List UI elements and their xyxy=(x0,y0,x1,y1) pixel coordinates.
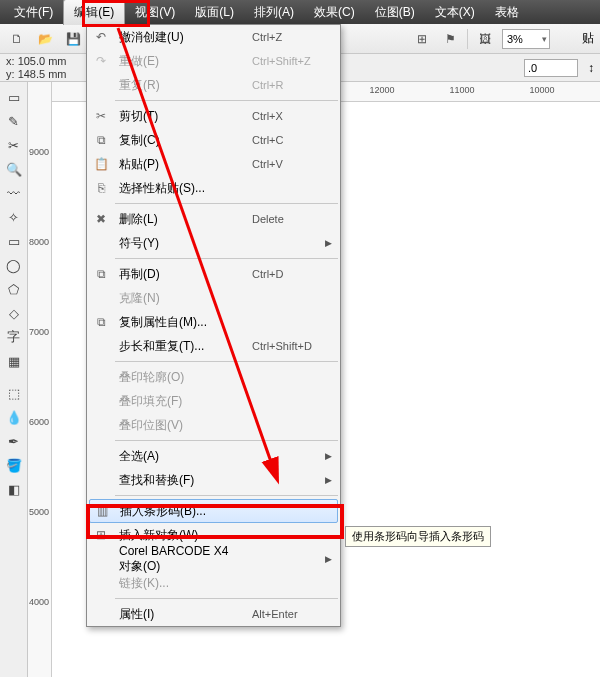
menu-table[interactable]: 表格 xyxy=(485,0,529,25)
menu-arrange[interactable]: 排列(A) xyxy=(244,0,304,25)
menu-item-shortcut: Alt+Enter xyxy=(252,608,332,620)
freehand-tool-icon[interactable]: 〰 xyxy=(3,182,25,204)
menu-item-icon xyxy=(91,75,111,95)
menu-item-21[interactable]: 全选(A)▶ xyxy=(87,444,340,468)
crop-tool-icon[interactable]: ✂ xyxy=(3,134,25,156)
menu-item-10[interactable]: 符号(Y)▶ xyxy=(87,231,340,255)
interactive-tool-icon[interactable]: ⬚ xyxy=(3,382,25,404)
menu-layout[interactable]: 版面(L) xyxy=(185,0,244,25)
coord-display: x: 105.0 mm y: 148.5 mm xyxy=(6,55,67,81)
shape-tool-icon[interactable]: ✎ xyxy=(3,110,25,132)
menu-item-label: 再制(D) xyxy=(119,266,244,283)
interactive-fill-icon[interactable]: ◧ xyxy=(3,478,25,500)
menu-item-icon: ✂ xyxy=(91,106,111,126)
menu-item-label: 撤消创建(U) xyxy=(119,29,244,46)
menu-item-6[interactable]: 📋粘贴(P)Ctrl+V xyxy=(87,152,340,176)
menu-item-27: 链接(K)... xyxy=(87,571,340,595)
menu-edit[interactable]: 编辑(E) xyxy=(63,0,125,25)
menu-item-1: ↷重做(E)Ctrl+Shift+Z xyxy=(87,49,340,73)
menu-view[interactable]: 视图(V) xyxy=(125,0,185,25)
snap-icon[interactable]: ⊞ xyxy=(411,28,433,50)
paste-label[interactable]: 贴 xyxy=(582,30,594,47)
polygon-tool-icon[interactable]: ⬠ xyxy=(3,278,25,300)
image-icon[interactable]: 🖼 xyxy=(474,28,496,50)
pick-tool-icon[interactable]: ▭ xyxy=(3,86,25,108)
menu-item-icon: ⊞ xyxy=(91,525,111,545)
rectangle-tool-icon[interactable]: ▭ xyxy=(3,230,25,252)
zoom-tool-icon[interactable]: 🔍 xyxy=(3,158,25,180)
menu-item-icon xyxy=(91,604,111,624)
menu-item-icon: 📋 xyxy=(91,154,111,174)
menu-item-19: 叠印位图(V) xyxy=(87,413,340,437)
menu-item-26[interactable]: Corel BARCODE X4 对象(O)▶ xyxy=(87,547,340,571)
x-coord: 105.0 mm xyxy=(18,55,67,67)
menu-item-shortcut: Ctrl+X xyxy=(252,110,332,122)
text-tool-icon[interactable]: 字 xyxy=(3,326,25,348)
menu-item-label: 步长和重复(T)... xyxy=(119,338,244,355)
menu-item-icon: ↷ xyxy=(91,51,111,71)
separator xyxy=(467,29,468,49)
submenu-arrow-icon: ▶ xyxy=(325,475,332,485)
menu-file[interactable]: 文件(F) xyxy=(4,0,63,25)
submenu-arrow-icon: ▶ xyxy=(325,451,332,461)
y-coord: 148.5 mm xyxy=(18,68,67,80)
menu-item-12[interactable]: ⧉再制(D)Ctrl+D xyxy=(87,262,340,286)
menu-item-9[interactable]: ✖删除(L)Delete xyxy=(87,207,340,231)
menu-bitmap[interactable]: 位图(B) xyxy=(365,0,425,25)
menu-item-label: 叠印填充(F) xyxy=(119,393,244,410)
menu-item-icon xyxy=(91,470,111,490)
menu-text[interactable]: 文本(X) xyxy=(425,0,485,25)
menu-item-icon: ⧉ xyxy=(91,130,111,150)
num-field[interactable]: .0 xyxy=(524,59,578,77)
ruler-vertical: 9000 8000 7000 6000 5000 4000 xyxy=(28,82,52,677)
menu-item-icon xyxy=(91,288,111,308)
menu-item-label: 叠印轮廓(O) xyxy=(119,369,244,386)
menu-item-17: 叠印轮廓(O) xyxy=(87,365,340,389)
table-tool-icon[interactable]: ▦ xyxy=(3,350,25,372)
menu-item-label: 全选(A) xyxy=(119,448,229,465)
menu-item-24[interactable]: ▥插入条形码(B)... xyxy=(89,499,338,523)
menu-item-label: 粘贴(P) xyxy=(119,156,244,173)
menu-item-18: 叠印填充(F) xyxy=(87,389,340,413)
menu-item-icon xyxy=(91,336,111,356)
fill-tool-icon[interactable]: 🪣 xyxy=(3,454,25,476)
menu-item-label: 复制(C) xyxy=(119,132,244,149)
menu-item-13: 克隆(N) xyxy=(87,286,340,310)
zoom-combo[interactable]: 3% xyxy=(502,29,550,49)
save-icon[interactable]: 💾 xyxy=(62,28,84,50)
menu-item-label: 剪切(T) xyxy=(119,108,244,125)
menu-item-shortcut: Ctrl+D xyxy=(252,268,332,280)
menu-item-0[interactable]: ↶撤消创建(U)Ctrl+Z xyxy=(87,25,340,49)
outline-tool-icon[interactable]: ✒ xyxy=(3,430,25,452)
menu-item-icon xyxy=(91,549,111,569)
menu-item-icon: ▥ xyxy=(92,501,112,521)
menu-item-22[interactable]: 查找和替换(F)▶ xyxy=(87,468,340,492)
menu-item-15[interactable]: 步长和重复(T)...Ctrl+Shift+D xyxy=(87,334,340,358)
menu-item-label: 插入新对象(W)... xyxy=(119,527,244,544)
menu-item-icon xyxy=(91,415,111,435)
menu-item-7[interactable]: ⎘选择性粘贴(S)... xyxy=(87,176,340,200)
open-icon[interactable]: 📂 xyxy=(34,28,56,50)
menu-item-label: 链接(K)... xyxy=(119,575,244,592)
menu-item-icon: ↶ xyxy=(91,27,111,47)
menu-item-4[interactable]: ✂剪切(T)Ctrl+X xyxy=(87,104,340,128)
options-icon[interactable]: ⚑ xyxy=(439,28,461,50)
menu-item-label: 查找和替换(F) xyxy=(119,472,229,489)
smart-tool-icon[interactable]: ✧ xyxy=(3,206,25,228)
new-icon[interactable]: 🗋 xyxy=(6,28,28,50)
menu-effects[interactable]: 效果(C) xyxy=(304,0,365,25)
menu-item-icon: ⧉ xyxy=(91,312,111,332)
menu-item-icon: ✖ xyxy=(91,209,111,229)
submenu-arrow-icon: ▶ xyxy=(325,238,332,248)
menu-item-shortcut: Ctrl+Z xyxy=(252,31,332,43)
units-icon[interactable]: ↕ xyxy=(588,61,594,75)
basic-shapes-icon[interactable]: ◇ xyxy=(3,302,25,324)
menu-item-label: 选择性粘贴(S)... xyxy=(119,180,244,197)
menu-item-5[interactable]: ⧉复制(C)Ctrl+C xyxy=(87,128,340,152)
menu-item-shortcut: Ctrl+C xyxy=(252,134,332,146)
eyedropper-tool-icon[interactable]: 💧 xyxy=(3,406,25,428)
menu-item-29[interactable]: 属性(I)Alt+Enter xyxy=(87,602,340,626)
ellipse-tool-icon[interactable]: ◯ xyxy=(3,254,25,276)
menu-item-shortcut: Ctrl+R xyxy=(252,79,332,91)
menu-item-14[interactable]: ⧉复制属性自(M)... xyxy=(87,310,340,334)
